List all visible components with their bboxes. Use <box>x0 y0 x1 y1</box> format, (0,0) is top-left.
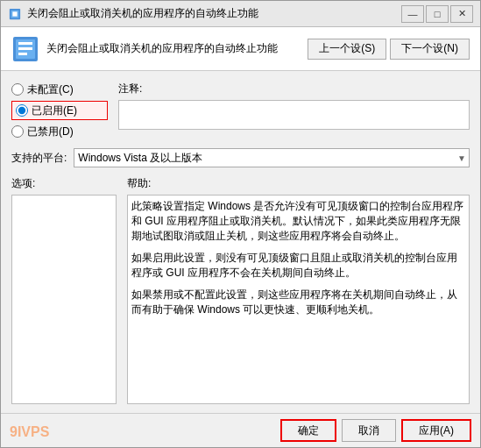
help-paragraph-2: 如果启用此设置，则没有可见顶级窗口且阻止或取消关机的控制台应用程序或 GUI 应… <box>131 251 465 281</box>
svg-rect-2 <box>12 11 17 16</box>
enabled-label: 已启用(E) <box>32 103 77 118</box>
help-header: 帮助: <box>127 176 470 191</box>
confirm-button[interactable]: 确定 <box>280 419 336 442</box>
title-bar-controls: — □ ✕ <box>401 5 473 23</box>
disabled-radio[interactable] <box>11 125 24 138</box>
footer: 9IVPS 确定 取消 应用(A) <box>1 413 480 447</box>
platform-section: 支持的平台: Windows Vista 及以上版本 ▼ <box>11 148 470 167</box>
help-paragraph-1: 此策略设置指定 Windows 是否允许没有可见顶级窗口的控制台应用程序和 GU… <box>131 199 465 244</box>
help-column: 帮助: 此策略设置指定 Windows 是否允许没有可见顶级窗口的控制台应用程序… <box>127 176 470 404</box>
not-configured-radio[interactable] <box>11 83 24 96</box>
nav-buttons: 上一个设(S) 下一个设(N) <box>308 39 470 60</box>
header-title: 关闭会阻止或取消关机的应用程序的自动终止功能 <box>46 41 301 56</box>
svg-rect-5 <box>18 42 32 45</box>
enabled-radio[interactable] <box>16 104 28 117</box>
not-configured-row: 未配置(C) <box>11 80 108 99</box>
policy-icon <box>11 35 39 63</box>
options-help-layout: 选项: 帮助: 此策略设置指定 Windows 是否允许没有可见顶级窗口的控制台… <box>11 176 470 404</box>
title-bar-text: 关闭会阻止或取消关机的应用程序的自动终止功能 <box>27 6 401 21</box>
radio-section: 未配置(C) 已启用(E) 已禁用(D) <box>11 80 108 141</box>
main-content: 未配置(C) 已启用(E) 已禁用(D) 注释: 支持的平台: <box>1 71 480 413</box>
apply-button[interactable]: 应用(A) <box>401 419 471 442</box>
options-box <box>11 195 117 404</box>
comment-textarea[interactable] <box>118 100 470 130</box>
next-button[interactable]: 下一个设(N) <box>390 39 470 60</box>
disabled-row: 已禁用(D) <box>11 122 108 141</box>
main-window: 关闭会阻止或取消关机的应用程序的自动终止功能 — □ ✕ 关闭会阻止或取消关机的… <box>0 0 481 448</box>
options-column: 选项: <box>11 176 117 404</box>
title-bar: 关闭会阻止或取消关机的应用程序的自动终止功能 — □ ✕ <box>1 1 480 27</box>
prev-button[interactable]: 上一个设(S) <box>308 39 386 60</box>
help-paragraph-3: 如果禁用或不配置此设置，则这些应用程序将在关机期间自动终止，从而有助于确保 Wi… <box>131 288 465 317</box>
help-box: 此策略设置指定 Windows 是否允许没有可见顶级窗口的控制台应用程序和 GU… <box>127 195 470 404</box>
enabled-row: 已启用(E) <box>11 101 108 120</box>
comment-label: 注释: <box>118 82 470 96</box>
close-button[interactable]: ✕ <box>450 5 473 23</box>
svg-rect-6 <box>18 47 32 50</box>
svg-rect-7 <box>18 53 27 55</box>
platform-select[interactable]: Windows Vista 及以上版本 <box>74 148 470 167</box>
watermark: 9IVPS <box>10 424 49 440</box>
cancel-button[interactable]: 取消 <box>342 419 396 442</box>
not-configured-label: 未配置(C) <box>27 82 74 97</box>
options-header: 选项: <box>11 176 117 191</box>
maximize-button[interactable]: □ <box>426 5 449 23</box>
header-section: 关闭会阻止或取消关机的应用程序的自动终止功能 上一个设(S) 下一个设(N) <box>1 27 480 71</box>
window-icon <box>8 7 22 21</box>
platform-label: 支持的平台: <box>11 151 67 166</box>
disabled-label: 已禁用(D) <box>27 124 74 139</box>
platform-select-wrapper: Windows Vista 及以上版本 ▼ <box>74 148 470 167</box>
minimize-button[interactable]: — <box>401 5 424 23</box>
